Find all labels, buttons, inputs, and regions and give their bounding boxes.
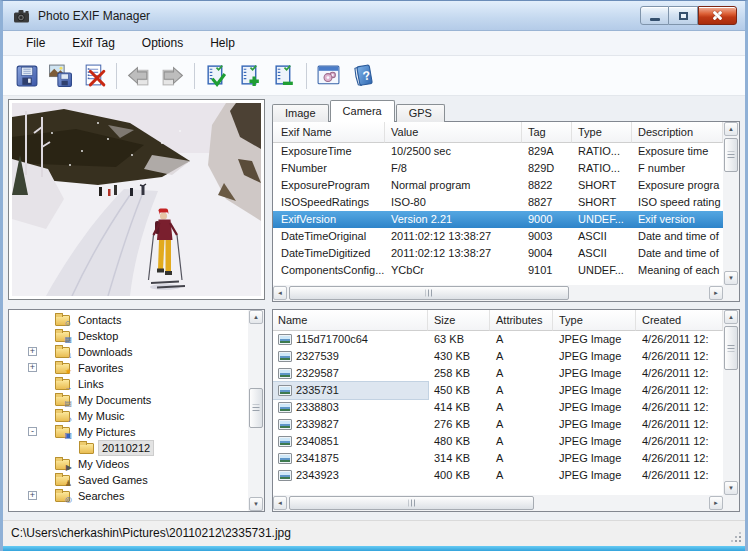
tab-camera[interactable]: Camera [330, 100, 395, 122]
exif-horizontal-scrollbar[interactable]: ◄ ► [273, 285, 723, 301]
close-button[interactable] [698, 6, 737, 25]
file-list-row[interactable]: 2335731450 KBAJPEG Image4/26/2011 12: [273, 382, 723, 399]
file-list-row[interactable]: 2341875314 KBAJPEG Image4/26/2011 12: [273, 450, 723, 467]
tree-expander-icon[interactable]: + [28, 491, 37, 500]
file-list-row[interactable]: 2339827276 KBAJPEG Image4/26/2011 12: [273, 416, 723, 433]
tree-expander-icon[interactable]: - [28, 427, 37, 436]
tree-item-favorites[interactable]: +★Favorites [9, 360, 248, 376]
scroll-left-icon[interactable]: ◄ [273, 496, 287, 510]
scroll-up-icon[interactable]: ▲ [724, 310, 738, 324]
menu-item-exif-tag[interactable]: Exif Tag [61, 33, 125, 53]
exif-cell: Version 2.21 [385, 211, 522, 228]
exif-table-header: Exif NameValueTagTypeDescription [273, 122, 723, 143]
previous-image-button[interactable] [123, 60, 154, 91]
exif-table-row[interactable]: DateTimeDigitized2011:02:12 13:38:279004… [273, 245, 723, 262]
exif-column-header-value[interactable]: Value [385, 122, 522, 143]
tree-item-desktop[interactable]: ▦Desktop [9, 328, 248, 344]
tree-expander-icon[interactable]: + [28, 347, 37, 356]
tree-expander-icon[interactable]: + [28, 363, 37, 372]
save-exif-button[interactable] [11, 60, 42, 91]
delete-exif-button[interactable] [79, 60, 110, 91]
resize-grip[interactable] [739, 540, 741, 542]
exif-column-header-type[interactable]: Type [572, 122, 632, 143]
file-column-header-name[interactable]: Name [273, 310, 428, 331]
scroll-thumb[interactable] [289, 496, 534, 510]
tree-item-searches[interactable]: +◎Searches [9, 488, 248, 504]
tree-vertical-scrollbar[interactable]: ▲ ▼ [248, 310, 264, 511]
scroll-right-icon[interactable]: ► [709, 286, 723, 300]
tree-item-saved-games[interactable]: ♟Saved Games [9, 472, 248, 488]
exif-table-row[interactable]: ExposureTime10/2500 sec829ARATIO...Expos… [273, 143, 723, 160]
add-tag-button[interactable] [235, 60, 266, 91]
exif-table-row[interactable]: FNumberF/8829DRATIO...F number [273, 160, 723, 177]
exif-table-row[interactable]: ExifVersionVersion 2.219000UNDEF...Exif … [273, 211, 723, 228]
file-vertical-scrollbar[interactable]: ▲ ▼ [723, 310, 739, 495]
file-horizontal-scrollbar[interactable]: ◄ ► [273, 495, 723, 511]
exif-column-header-exif-name[interactable]: Exif Name [273, 122, 385, 143]
tree-item-my-documents[interactable]: ▤My Documents [9, 392, 248, 408]
file-name-cell: 2343923 [273, 467, 428, 484]
file-name: 2343923 [296, 467, 339, 484]
scroll-up-icon[interactable]: ▲ [724, 122, 738, 136]
exif-cell: UNDEF... [572, 211, 632, 228]
tab-image[interactable]: Image [272, 104, 329, 122]
scroll-up-icon[interactable]: ▲ [249, 310, 263, 324]
exif-cell: ExifVersion [273, 211, 385, 228]
exif-table-row[interactable]: ComponentsConfig...YCbCr9101UNDEF...Mean… [273, 262, 723, 279]
exif-table-row[interactable]: DateTimeOriginal2011:02:12 13:38:279003A… [273, 228, 723, 245]
file-created-cell: 4/26/2011 12: [636, 467, 723, 484]
app-camera-icon [13, 9, 31, 23]
scroll-down-icon[interactable]: ▼ [724, 481, 738, 495]
scroll-down-icon[interactable]: ▼ [249, 497, 263, 511]
file-list-row[interactable]: 2343923400 KBAJPEG Image4/26/2011 12: [273, 467, 723, 484]
tree-item-20110212[interactable]: 20110212 [9, 440, 248, 456]
file-list-row[interactable]: 2338803414 KBAJPEG Image4/26/2011 12: [273, 399, 723, 416]
file-column-header-created[interactable]: Created [636, 310, 723, 331]
downloads-folder-icon: ↓ [55, 347, 70, 358]
file-list-row[interactable]: 2329587258 KBAJPEG Image4/26/2011 12: [273, 365, 723, 382]
exif-table-row[interactable]: ExposureProgramNormal program8822SHORTEx… [273, 177, 723, 194]
exif-cell: Exposure time [632, 143, 723, 160]
file-list-row[interactable]: 2327539430 KBAJPEG Image4/26/2011 12: [273, 348, 723, 365]
file-name-cell: 115d71700c64 [273, 331, 428, 348]
scroll-thumb[interactable] [724, 326, 738, 370]
exif-column-header-description[interactable]: Description [632, 122, 723, 143]
toolbar [3, 56, 745, 96]
minimize-button[interactable] [640, 6, 669, 25]
scroll-thumb[interactable] [249, 388, 263, 428]
exif-table-row[interactable]: ISOSpeedRatingsISO-808827SHORTISO speed … [273, 194, 723, 211]
menu-item-options[interactable]: Options [131, 33, 194, 53]
file-list-row[interactable]: 2340851480 KBAJPEG Image4/26/2011 12: [273, 433, 723, 450]
menu-item-help[interactable]: Help [199, 33, 246, 53]
file-column-header-attributes[interactable]: Attributes [490, 310, 553, 331]
tree-item-links[interactable]: →Links [9, 376, 248, 392]
file-column-header-size[interactable]: Size [428, 310, 490, 331]
scroll-right-icon[interactable]: ► [709, 496, 723, 510]
exif-cell: Exif version [632, 211, 723, 228]
scroll-thumb[interactable] [724, 138, 738, 172]
file-column-header-type[interactable]: Type [553, 310, 636, 331]
tab-gps[interactable]: GPS [396, 104, 445, 122]
tree-item-downloads[interactable]: +↓Downloads [9, 344, 248, 360]
tree-item-contacts[interactable]: ☺Contacts [9, 312, 248, 328]
next-image-button[interactable] [157, 60, 188, 91]
tree-item-my-music[interactable]: ♪My Music [9, 408, 248, 424]
tree-item-my-videos[interactable]: ▶My Videos [9, 456, 248, 472]
options-button[interactable] [313, 60, 344, 91]
maximize-button[interactable] [669, 6, 698, 25]
folder-badge-icon: → [64, 384, 72, 392]
exif-column-header-tag[interactable]: Tag [522, 122, 572, 143]
remove-tag-button[interactable] [269, 60, 300, 91]
verify-tags-button[interactable] [201, 60, 232, 91]
scroll-down-icon[interactable]: ▼ [724, 271, 738, 285]
save-image-button[interactable] [45, 60, 76, 91]
scroll-thumb[interactable] [289, 286, 569, 300]
exif-vertical-scrollbar[interactable]: ▲ ▼ [723, 122, 739, 285]
help-button[interactable] [347, 60, 378, 91]
scroll-left-icon[interactable]: ◄ [273, 286, 287, 300]
tree-item-my-pictures[interactable]: -▣My Pictures [9, 424, 248, 440]
file-list-row[interactable]: 115d71700c6463 KBAJPEG Image4/26/2011 12… [273, 331, 723, 348]
menu-item-file[interactable]: File [15, 33, 56, 53]
titlebar[interactable]: Photo EXIF Manager [3, 1, 745, 31]
scrollbar-corner [723, 495, 739, 511]
